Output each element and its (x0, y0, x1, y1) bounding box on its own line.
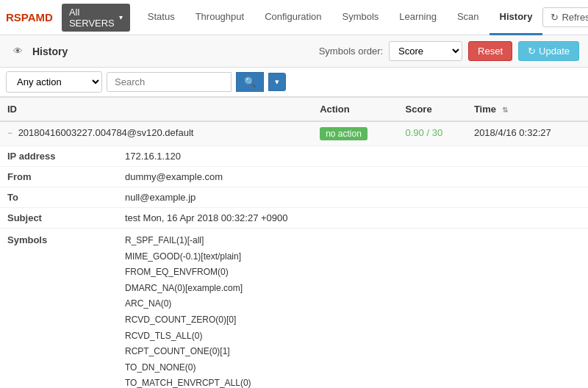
update-button[interactable]: ↻ Update (518, 41, 579, 61)
nav-item-throughput[interactable]: Throughput (185, 0, 255, 35)
col-id: ID (0, 98, 312, 122)
expanded-row-time: 2018/4/16 0:32:27 (467, 121, 588, 146)
subheader: 👁 History Symbols order: Score Name Freq… (0, 35, 588, 68)
symbols-order-label: Symbols order: (319, 46, 383, 57)
nav-item-scan[interactable]: Scan (447, 0, 490, 35)
ip-label: IP address (0, 146, 118, 167)
subheader-title: History (32, 46, 313, 57)
history-table-container: ID Action Score Time ⇅ − 201804160032 (0, 97, 588, 388)
from-label: From (0, 167, 118, 187)
col-time: Time ⇅ (467, 98, 588, 122)
top-navigation: RSPAMD All SERVERS ▾ Status Throughput C… (0, 0, 588, 35)
nav-item-configuration[interactable]: Configuration (254, 0, 331, 35)
nav-right: ↻ Refresh ⏻ Disconnect (542, 7, 588, 27)
search-bar: Any action No action Greylist Add header… (0, 68, 588, 97)
detail-row: IP address 172.16.1.120 From dummy@examp… (0, 146, 588, 389)
sort-icon: ⇅ (502, 106, 508, 114)
update-icon: ↻ (528, 46, 536, 57)
symbols-text: R_SPF_FAIL(1)[-all]MIME_GOOD(-0.1)[text/… (125, 233, 581, 388)
to-value: null@example.jp (118, 187, 588, 208)
action-badge: no action (320, 127, 368, 140)
to-label: To (0, 187, 118, 208)
nav-item-symbols[interactable]: Symbols (331, 0, 389, 35)
search-button[interactable]: 🔍 (236, 72, 264, 92)
search-dropdown-button[interactable]: ▾ (268, 73, 286, 91)
subject-value: test Mon, 16 Apr 2018 00:32:27 +0900 (118, 208, 588, 229)
from-value: dummy@example.com (118, 167, 588, 187)
detail-table: IP address 172.16.1.120 From dummy@examp… (0, 146, 588, 388)
detail-symbols-row: Symbols R_SPF_FAIL(1)[-all]MIME_GOOD(-0.… (0, 229, 588, 389)
nav-item-history[interactable]: History (490, 0, 543, 35)
table-header-row: ID Action Score Time ⇅ (0, 98, 588, 122)
server-selector[interactable]: All SERVERS ▾ (62, 4, 130, 32)
search-icon: 🔍 (244, 76, 256, 87)
search-input[interactable] (107, 72, 232, 92)
action-select[interactable]: Any action No action Greylist Add header… (6, 71, 102, 93)
history-table: ID Action Score Time ⇅ − 201804160032 (0, 97, 588, 388)
expanded-row-action: no action (312, 121, 398, 146)
server-selector-label: All SERVERS (69, 7, 115, 29)
refresh-button[interactable]: ↻ Refresh (542, 7, 588, 27)
chevron-down-icon: ▾ (275, 77, 279, 86)
nav-item-learning[interactable]: Learning (389, 0, 447, 35)
eye-icon: 👁 (9, 43, 26, 60)
symbols-label: Symbols (0, 229, 118, 389)
col-score: Score (398, 98, 467, 122)
expanded-row-score: 0.90 / 30 (398, 121, 467, 146)
symbols-value: R_SPF_FAIL(1)[-all]MIME_GOOD(-0.1)[text/… (118, 229, 588, 389)
nav-items: Status Throughput Configuration Symbols … (137, 0, 543, 35)
logo: RSPAMD (6, 11, 53, 24)
expanded-row-id: − 20180416003227.004784@sv120.default (0, 121, 312, 146)
subject-label: Subject (0, 208, 118, 229)
detail-to-row: To null@example.jp (0, 187, 588, 208)
refresh-icon: ↻ (551, 12, 559, 23)
detail-subject-row: Subject test Mon, 16 Apr 2018 00:32:27 +… (0, 208, 588, 229)
symbols-order-select[interactable]: Score Name Frequency (389, 41, 462, 61)
col-action: Action (312, 98, 398, 122)
table-row-expanded: − 20180416003227.004784@sv120.default no… (0, 121, 588, 146)
collapse-button[interactable]: − (7, 128, 12, 138)
detail-ip-row: IP address 172.16.1.120 (0, 146, 588, 167)
reset-button[interactable]: Reset (468, 41, 512, 61)
logo-text: RSPAMD (6, 11, 53, 24)
chevron-down-icon: ▾ (119, 13, 123, 21)
nav-item-status[interactable]: Status (137, 0, 185, 35)
detail-from-row: From dummy@example.com (0, 167, 588, 187)
ip-value: 172.16.1.120 (118, 146, 588, 167)
